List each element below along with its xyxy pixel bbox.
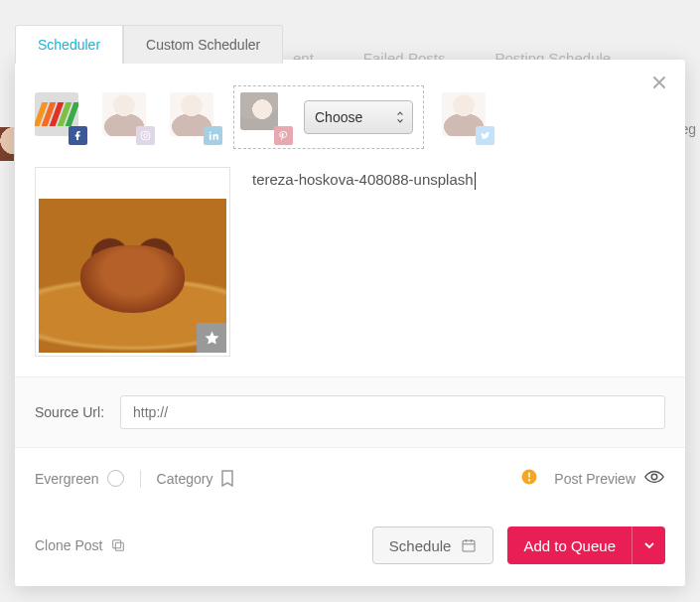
twitter-icon <box>476 126 494 145</box>
category-button[interactable]: Category <box>157 470 235 487</box>
account-instagram[interactable] <box>102 92 152 142</box>
caption-input[interactable]: tereza-hoskova-408088-unsplash <box>252 167 665 357</box>
tab-custom-scheduler[interactable]: Custom Scheduler <box>123 25 283 64</box>
source-url-input[interactable] <box>120 395 665 429</box>
attached-image[interactable] <box>35 167 230 357</box>
svg-point-5 <box>528 479 530 481</box>
svg-rect-7 <box>116 542 124 550</box>
pinterest-icon <box>274 126 293 145</box>
account-row: Choose <box>15 60 685 167</box>
footer-row: Clone Post Schedule Add to Queue <box>15 509 685 586</box>
svg-point-1 <box>144 134 148 138</box>
facebook-icon <box>69 126 87 145</box>
account-twitter[interactable] <box>442 92 491 142</box>
category-label: Category <box>157 471 213 487</box>
clone-label: Clone Post <box>35 537 102 553</box>
linkedin-icon <box>204 126 222 145</box>
circle-icon <box>107 470 124 487</box>
calendar-icon <box>461 537 477 553</box>
bookmark-icon <box>220 470 234 487</box>
tab-bar: Scheduler Custom Scheduler <box>15 25 283 64</box>
star-icon <box>204 330 220 347</box>
add-to-queue-group: Add to Queue <box>507 527 665 564</box>
preview-label: Post Preview <box>554 471 635 487</box>
add-to-queue-button[interactable]: Add to Queue <box>507 527 631 564</box>
schedule-button[interactable]: Schedule <box>372 527 494 564</box>
schedule-label: Schedule <box>389 537 452 554</box>
pinterest-group: Choose <box>233 85 424 149</box>
svg-rect-9 <box>463 540 475 551</box>
eye-icon <box>643 466 665 491</box>
text-cursor <box>475 172 476 190</box>
svg-rect-4 <box>529 473 531 478</box>
evergreen-label: Evergreen <box>35 471 99 487</box>
compose-body: tereza-hoskova-408088-unsplash <box>15 167 685 376</box>
caret-down-icon <box>644 542 654 548</box>
board-select-wrap: Choose <box>304 100 413 134</box>
tab-scheduler[interactable]: Scheduler <box>15 25 123 64</box>
account-pinterest[interactable] <box>240 92 290 142</box>
clone-post-button[interactable]: Clone Post <box>35 537 126 553</box>
copy-icon <box>110 537 126 553</box>
source-section: Source Url: <box>15 376 685 447</box>
account-facebook[interactable] <box>35 92 84 142</box>
instagram-icon <box>136 126 155 145</box>
divider <box>140 470 141 488</box>
favorite-button[interactable] <box>197 323 226 353</box>
avatar <box>240 92 278 130</box>
post-preview-button[interactable]: Post Preview <box>554 466 665 491</box>
queue-dropdown-button[interactable] <box>631 527 665 564</box>
svg-rect-8 <box>113 540 121 548</box>
bg-avatar-fragment <box>0 127 14 161</box>
account-linkedin[interactable] <box>170 92 219 142</box>
close-button[interactable] <box>651 75 667 94</box>
alert-icon <box>520 468 538 489</box>
close-icon <box>651 75 667 90</box>
source-url-label: Source Url: <box>35 404 104 420</box>
caption-text: tereza-hoskova-408088-unsplash <box>252 171 474 188</box>
options-row: Evergreen Category Post Preview <box>15 447 685 509</box>
evergreen-toggle[interactable]: Evergreen <box>35 470 124 487</box>
svg-point-6 <box>651 474 657 480</box>
compose-modal: Choose tereza-hoskova-408088-unsplash <box>15 60 685 586</box>
svg-point-2 <box>147 132 148 133</box>
board-select[interactable]: Choose <box>304 100 413 134</box>
